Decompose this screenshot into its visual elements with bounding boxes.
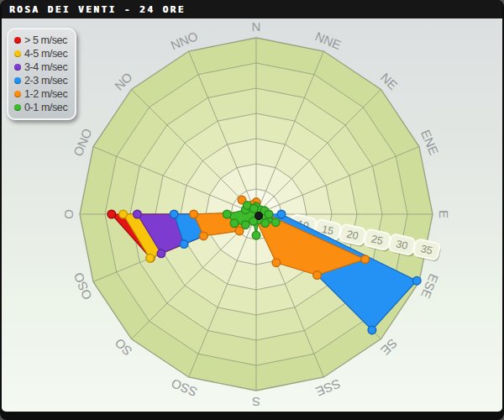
series-point-NNO [249,205,258,213]
series-point-OSO [180,240,188,249]
direction-label-ESE: ESE [418,272,441,301]
series-point-OSO [157,249,165,258]
series-point-E [265,210,273,218]
series-point-SSE [272,259,281,267]
direction-label-NNO: NNO [169,29,200,52]
direction-label-SSE: SSE [314,376,343,399]
series-point-OSO [230,219,239,228]
direction-label-N: N [252,19,261,34]
legend-color-dot [14,37,21,44]
series-point-O [134,210,142,218]
wind-rose-chart: 101520253035NNNENEENEEESESESSESSSOSOOSOO… [2,18,502,412]
series-point-OSO [146,255,155,263]
series-point-S [252,231,260,239]
legend-item-label: 4-5 m/sec [24,48,67,60]
legend-item-label: 3-4 m/sec [24,61,67,73]
series-point-O [170,210,178,218]
series-point-O [119,210,128,218]
direction-label-E: E [437,210,451,218]
series-point-ESE [361,255,370,264]
series-point-ESE [271,218,280,227]
title-bar: ROSA DEI VENTI - 24 ORE [2,0,502,18]
series-point-ESE [412,276,421,285]
legend-item-label: > 5 m/sec [24,34,67,46]
series-point-O [108,210,116,218]
legend-item-label: 2-3 m/sec [24,75,67,87]
series-point-O [223,210,231,218]
legend-item: > 5 m/sec [14,34,67,47]
series-point-OSO [200,232,208,240]
chart-area: 101520253035NNNENEENEEESESESSESSSOSOOSOO… [2,18,502,412]
legend-item: 3-4 m/sec [14,60,67,74]
legend-color-dot [14,91,21,97]
legend-color-dot [14,77,21,84]
direction-label-ENE: ENE [418,128,442,157]
direction-label-ONO: ONO [71,126,95,158]
legend-item: 4-5 m/sec [14,47,67,60]
legend-item: 2-3 m/sec [14,74,67,87]
direction-label-NNE: NNE [313,29,344,52]
legend: > 5 m/sec4-5 m/sec3-4 m/sec2-3 m/sec1-2 … [7,28,76,120]
direction-label-S: S [252,395,260,409]
app-window: ROSA DEI VENTI - 24 ORE 101520253035NNNE… [0,0,504,420]
series-point-E [277,210,286,218]
center-marker [255,213,263,220]
series-point-SO [241,221,249,229]
legend-item-label: 0-1 m/sec [24,102,67,113]
legend-color-dot [14,50,21,57]
window-title: ROSA DEI VENTI - 24 ORE [9,4,186,15]
legend-item: 0-1 m/sec [14,101,67,114]
legend-color-dot [14,64,21,71]
direction-label-O: O [61,209,76,219]
legend-item-label: 1-2 m/sec [24,88,67,100]
legend-item: 1-2 m/sec [14,87,67,101]
series-point-SE [368,326,376,334]
series-point-SE [313,271,322,280]
direction-label-SSO: SSO [169,376,199,400]
legend-color-dot [14,104,21,111]
direction-label-OSO: OSO [71,270,94,302]
series-point-O [190,210,198,218]
direction-label-SE: SE [378,336,400,358]
